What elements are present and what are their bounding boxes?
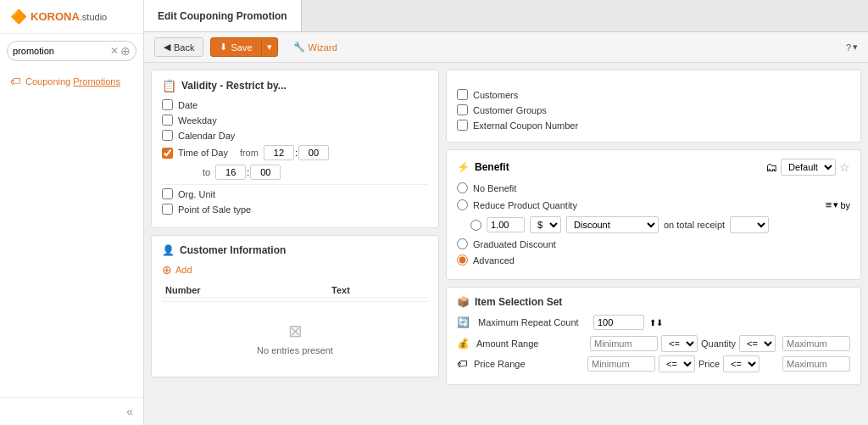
date-label: Date xyxy=(178,100,198,110)
wizard-button[interactable]: 🔧 Wizard xyxy=(285,38,346,56)
col-number: Number xyxy=(162,283,328,298)
reduce-product-row: Reduce Product Quantity ≡ ▾ by xyxy=(457,199,850,211)
graduated-discount-row: Graduated Discount xyxy=(457,238,850,249)
graduated-discount-radio[interactable] xyxy=(457,238,468,249)
max-repeat-spin[interactable]: ⬆⬇ xyxy=(649,318,663,327)
tab-bar: Edit Couponing Promotion xyxy=(144,0,868,32)
discount-row: $ Discount on total receipt xyxy=(457,216,850,233)
item-selection-card: 📦 Item Selection Set 🔄 Maximum Repeat Co… xyxy=(446,287,861,385)
customers-label: Customers xyxy=(473,90,518,100)
discount-amount-input[interactable] xyxy=(487,217,525,232)
weekday-row: Weekday xyxy=(162,115,428,126)
save-dropdown-button[interactable]: ▾ xyxy=(261,38,277,56)
amount-range-max-input[interactable] xyxy=(782,336,850,351)
back-label: Back xyxy=(174,42,194,53)
sidebar-item-couponing[interactable]: 🏷 Couponing Promotions xyxy=(0,71,143,92)
no-benefit-radio[interactable] xyxy=(457,182,468,193)
price-range-op1-select[interactable]: <=>== xyxy=(659,355,695,372)
right-top-card: Customers Customer Groups External Coupo… xyxy=(446,70,861,143)
right-panel: Customers Customer Groups External Coupo… xyxy=(446,70,861,418)
customer-groups-row: Customer Groups xyxy=(457,104,850,115)
amount-range-icon: 💰 xyxy=(457,338,470,350)
advanced-label: Advanced xyxy=(473,255,515,266)
reduce-product-radio[interactable] xyxy=(457,199,468,210)
price-range-max-input[interactable] xyxy=(782,356,850,372)
graduated-discount-label: Graduated Discount xyxy=(473,239,556,249)
time-of-day-label: Time of Day xyxy=(178,148,228,158)
to-hour-input[interactable] xyxy=(215,165,246,180)
to-min-input[interactable] xyxy=(250,165,281,180)
validity-card: 📋 Validity - Restrict by... Date Weekday… xyxy=(151,70,439,228)
main-content: Edit Couponing Promotion ◀ Back ⬇ Save ▾… xyxy=(144,0,868,425)
benefit-title-right: 🗂 Default ☆ xyxy=(765,159,850,176)
help-button[interactable]: ? ▾ xyxy=(846,42,858,53)
amount-range-op1-select[interactable]: <=>== xyxy=(661,335,698,352)
search-input[interactable] xyxy=(13,46,108,56)
time-of-day-checkbox[interactable] xyxy=(162,148,173,159)
pos-type-checkbox[interactable] xyxy=(162,204,173,215)
chevron-down-icon: ▾ xyxy=(267,42,272,53)
save-button[interactable]: ⬇ Save ▾ xyxy=(210,37,277,57)
scrolled-hint xyxy=(457,77,850,86)
collapse-sidebar-button[interactable]: « xyxy=(126,405,133,418)
col-text: Text xyxy=(328,283,428,298)
add-customer-button[interactable]: ⊕ Add xyxy=(162,263,428,277)
reduce-chevron[interactable]: ▾ xyxy=(833,199,838,210)
org-unit-checkbox[interactable] xyxy=(162,188,173,199)
date-row: Date xyxy=(162,99,428,110)
list-icon[interactable]: ≡ xyxy=(826,199,832,211)
price-range-min-input[interactable] xyxy=(587,356,655,372)
no-benefit-label: No Benefit xyxy=(473,183,516,193)
benefit-icon: ⚡ xyxy=(457,161,470,173)
on-label: on total receipt xyxy=(664,220,725,230)
add-label: Add xyxy=(175,265,192,275)
max-repeat-input[interactable] xyxy=(593,315,644,330)
item-selection-icon: 📦 xyxy=(457,296,470,308)
max-repeat-label: Maximum Repeat Count xyxy=(478,317,588,327)
content-area: 📋 Validity - Restrict by... Date Weekday… xyxy=(144,63,868,425)
discount-type-select[interactable]: Discount xyxy=(566,216,659,233)
weekday-checkbox[interactable] xyxy=(162,115,173,126)
customer-info-card: 👤 Customer Information ⊕ Add Number Text xyxy=(151,235,439,377)
back-button[interactable]: ◀ Back xyxy=(154,37,203,57)
customers-checkbox[interactable] xyxy=(457,89,468,100)
external-coupon-checkbox[interactable] xyxy=(457,120,468,131)
tab-edit-couponing[interactable]: Edit Couponing Promotion xyxy=(144,0,302,31)
save-icon: ⬇ xyxy=(220,42,227,53)
calendar-day-checkbox[interactable] xyxy=(162,130,173,141)
star-icon[interactable]: ☆ xyxy=(839,160,850,174)
save-main-area[interactable]: ⬇ Save xyxy=(211,38,260,56)
help-icon: ? xyxy=(846,42,851,53)
benefit-default-select[interactable]: Default xyxy=(781,159,836,176)
from-min-input[interactable] xyxy=(298,145,329,160)
date-checkbox[interactable] xyxy=(162,99,173,110)
back-icon: ◀ xyxy=(164,42,170,53)
from-hour-input[interactable] xyxy=(264,145,294,160)
logo-area: 🔶 KORONA .studio xyxy=(0,0,143,34)
sidebar: 🔶 KORONA .studio ✕ ⊕ 🏷 Couponing Promoti… xyxy=(0,0,144,425)
org-unit-row: Org. Unit xyxy=(162,188,428,199)
no-entries-icon: ⊠ xyxy=(162,318,428,342)
sidebar-search-box[interactable]: ✕ ⊕ xyxy=(7,41,136,61)
amount-range-op2-select[interactable]: <=>== xyxy=(739,335,776,352)
price-range-icon: 🏷 xyxy=(457,358,467,370)
couponing-icon: 🏷 xyxy=(10,75,20,87)
customer-groups-checkbox[interactable] xyxy=(457,104,468,115)
discount-radio[interactable] xyxy=(470,220,481,231)
advanced-row: Advanced xyxy=(457,254,850,266)
calendar-day-label: Calendar Day xyxy=(178,131,235,141)
toolbar: ◀ Back ⬇ Save ▾ 🔧 Wizard ? ▾ xyxy=(144,32,868,63)
amount-range-min-input[interactable] xyxy=(590,336,658,351)
currency-select[interactable]: $ xyxy=(530,216,561,233)
advanced-radio[interactable] xyxy=(457,254,468,266)
help-dropdown-icon: ▾ xyxy=(853,42,858,53)
receipt-select[interactable] xyxy=(730,216,769,233)
by-label: by xyxy=(840,200,850,210)
item-selection-title: 📦 Item Selection Set xyxy=(457,296,850,308)
wizard-label: Wizard xyxy=(309,42,337,53)
search-clear-icon[interactable]: ✕ xyxy=(110,45,119,57)
price-range-op2-select[interactable]: <=>== xyxy=(723,355,760,372)
save-label: Save xyxy=(231,42,252,53)
repeat-icon: 🔄 xyxy=(457,316,470,328)
search-settings-icon[interactable]: ⊕ xyxy=(120,44,131,58)
